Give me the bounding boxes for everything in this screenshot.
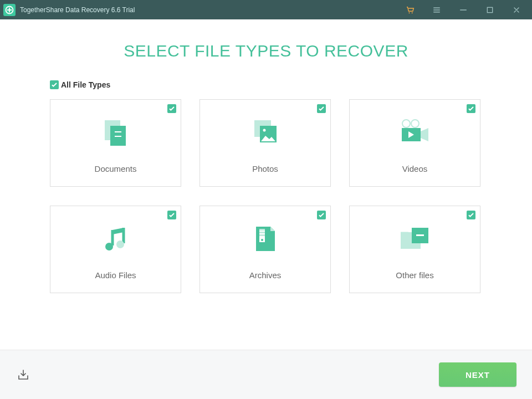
card-label: Other files: [396, 270, 433, 280]
photos-icon: [243, 113, 288, 152]
card-label: Audio Files: [95, 270, 136, 280]
checkbox[interactable]: [167, 211, 176, 219]
archives-icon: [243, 219, 288, 258]
all-file-types-row[interactable]: All File Types: [50, 80, 482, 89]
checkbox[interactable]: [467, 211, 475, 219]
svg-point-12: [411, 120, 419, 127]
svg-point-2: [412, 12, 413, 13]
card-other[interactable]: Other files: [349, 206, 480, 293]
titlebar: TogetherShare Data Recovery 6.6 Trial: [0, 0, 532, 19]
svg-point-15: [116, 241, 124, 248]
checkbox[interactable]: [317, 104, 326, 113]
app-title: TogetherShare Data Recovery 6.6 Trial: [20, 6, 135, 14]
svg-point-11: [402, 120, 410, 127]
all-file-types-checkbox[interactable]: [50, 80, 59, 89]
svg-rect-23: [416, 234, 424, 236]
card-label: Photos: [252, 164, 278, 173]
main-content: SELECT FILE TYPES TO RECOVER All File Ty…: [0, 19, 532, 350]
page-title: SELECT FILE TYPES TO RECOVER: [50, 42, 482, 60]
file-type-grid: Documents Photos: [50, 99, 482, 293]
svg-point-1: [408, 12, 410, 13]
svg-rect-6: [115, 131, 121, 132]
next-button[interactable]: NEXT: [439, 362, 516, 387]
all-file-types-label: All File Types: [61, 80, 110, 89]
audio-icon: [94, 219, 138, 258]
card-label: Documents: [95, 164, 137, 173]
checkbox[interactable]: [317, 211, 326, 219]
videos-icon: [393, 113, 437, 152]
checkbox[interactable]: [467, 104, 475, 113]
documents-icon: [94, 113, 138, 152]
card-photos[interactable]: Photos: [200, 99, 331, 187]
svg-rect-17: [259, 229, 265, 231]
svg-point-20: [261, 239, 263, 241]
card-label: Videos: [402, 164, 428, 173]
app-logo-icon: [3, 4, 16, 16]
checkbox[interactable]: [167, 104, 176, 113]
svg-point-10: [263, 129, 265, 131]
cart-button[interactable]: [397, 0, 423, 19]
card-videos[interactable]: Videos: [349, 99, 480, 187]
svg-rect-18: [259, 232, 265, 233]
svg-rect-7: [115, 136, 121, 137]
import-button[interactable]: [16, 367, 31, 382]
minimize-button[interactable]: [450, 0, 477, 19]
svg-rect-3: [487, 7, 492, 12]
card-documents[interactable]: Documents: [50, 99, 181, 187]
footer-bar: NEXT: [0, 350, 532, 399]
svg-point-14: [105, 243, 113, 250]
other-files-icon: [393, 219, 437, 258]
close-button[interactable]: [503, 0, 530, 19]
card-archives[interactable]: Archives: [200, 206, 331, 293]
maximize-button[interactable]: [477, 0, 503, 19]
menu-button[interactable]: [423, 0, 450, 19]
card-audio[interactable]: Audio Files: [50, 206, 181, 293]
card-label: Archives: [249, 270, 282, 280]
svg-rect-19: [259, 234, 265, 236]
